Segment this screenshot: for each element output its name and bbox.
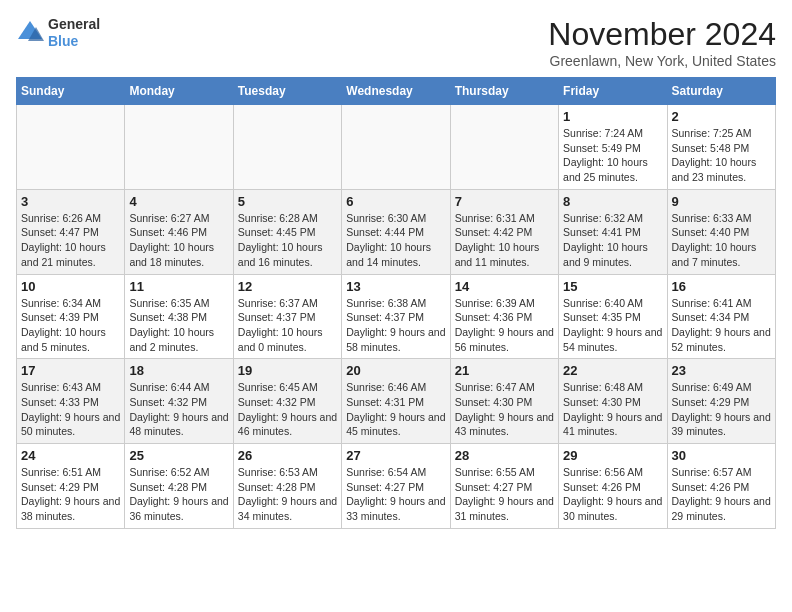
- day-info: Sunrise: 6:52 AM Sunset: 4:28 PM Dayligh…: [129, 465, 228, 524]
- calendar-cell: 3Sunrise: 6:26 AM Sunset: 4:47 PM Daylig…: [17, 189, 125, 274]
- calendar-cell: 23Sunrise: 6:49 AM Sunset: 4:29 PM Dayli…: [667, 359, 775, 444]
- calendar-cell: 14Sunrise: 6:39 AM Sunset: 4:36 PM Dayli…: [450, 274, 558, 359]
- calendar-cell: 6Sunrise: 6:30 AM Sunset: 4:44 PM Daylig…: [342, 189, 450, 274]
- calendar-cell: [17, 105, 125, 190]
- calendar-cell: 26Sunrise: 6:53 AM Sunset: 4:28 PM Dayli…: [233, 444, 341, 529]
- calendar-cell: [450, 105, 558, 190]
- day-number: 12: [238, 279, 337, 294]
- calendar-header-sunday: Sunday: [17, 78, 125, 105]
- day-number: 7: [455, 194, 554, 209]
- day-info: Sunrise: 6:35 AM Sunset: 4:38 PM Dayligh…: [129, 296, 228, 355]
- day-number: 1: [563, 109, 662, 124]
- calendar-header-thursday: Thursday: [450, 78, 558, 105]
- calendar-cell: 8Sunrise: 6:32 AM Sunset: 4:41 PM Daylig…: [559, 189, 667, 274]
- calendar-week-2: 10Sunrise: 6:34 AM Sunset: 4:39 PM Dayli…: [17, 274, 776, 359]
- calendar-cell: 13Sunrise: 6:38 AM Sunset: 4:37 PM Dayli…: [342, 274, 450, 359]
- day-number: 11: [129, 279, 228, 294]
- calendar-cell: 24Sunrise: 6:51 AM Sunset: 4:29 PM Dayli…: [17, 444, 125, 529]
- day-number: 4: [129, 194, 228, 209]
- calendar-cell: 29Sunrise: 6:56 AM Sunset: 4:26 PM Dayli…: [559, 444, 667, 529]
- day-number: 24: [21, 448, 120, 463]
- day-number: 22: [563, 363, 662, 378]
- calendar-week-0: 1Sunrise: 7:24 AM Sunset: 5:49 PM Daylig…: [17, 105, 776, 190]
- day-info: Sunrise: 6:39 AM Sunset: 4:36 PM Dayligh…: [455, 296, 554, 355]
- calendar-week-3: 17Sunrise: 6:43 AM Sunset: 4:33 PM Dayli…: [17, 359, 776, 444]
- day-info: Sunrise: 6:45 AM Sunset: 4:32 PM Dayligh…: [238, 380, 337, 439]
- day-number: 30: [672, 448, 771, 463]
- calendar-cell: 9Sunrise: 6:33 AM Sunset: 4:40 PM Daylig…: [667, 189, 775, 274]
- calendar-header-wednesday: Wednesday: [342, 78, 450, 105]
- calendar-cell: 12Sunrise: 6:37 AM Sunset: 4:37 PM Dayli…: [233, 274, 341, 359]
- day-number: 21: [455, 363, 554, 378]
- day-info: Sunrise: 6:40 AM Sunset: 4:35 PM Dayligh…: [563, 296, 662, 355]
- day-info: Sunrise: 6:57 AM Sunset: 4:26 PM Dayligh…: [672, 465, 771, 524]
- day-number: 8: [563, 194, 662, 209]
- calendar-cell: 22Sunrise: 6:48 AM Sunset: 4:30 PM Dayli…: [559, 359, 667, 444]
- calendar-cell: 27Sunrise: 6:54 AM Sunset: 4:27 PM Dayli…: [342, 444, 450, 529]
- calendar: SundayMondayTuesdayWednesdayThursdayFrid…: [16, 77, 776, 529]
- day-info: Sunrise: 6:43 AM Sunset: 4:33 PM Dayligh…: [21, 380, 120, 439]
- day-number: 26: [238, 448, 337, 463]
- day-number: 23: [672, 363, 771, 378]
- calendar-cell: 1Sunrise: 7:24 AM Sunset: 5:49 PM Daylig…: [559, 105, 667, 190]
- day-number: 27: [346, 448, 445, 463]
- day-number: 20: [346, 363, 445, 378]
- day-info: Sunrise: 6:54 AM Sunset: 4:27 PM Dayligh…: [346, 465, 445, 524]
- day-info: Sunrise: 6:34 AM Sunset: 4:39 PM Dayligh…: [21, 296, 120, 355]
- day-number: 9: [672, 194, 771, 209]
- day-info: Sunrise: 6:46 AM Sunset: 4:31 PM Dayligh…: [346, 380, 445, 439]
- day-info: Sunrise: 7:24 AM Sunset: 5:49 PM Dayligh…: [563, 126, 662, 185]
- day-number: 17: [21, 363, 120, 378]
- day-number: 6: [346, 194, 445, 209]
- calendar-cell: 18Sunrise: 6:44 AM Sunset: 4:32 PM Dayli…: [125, 359, 233, 444]
- day-info: Sunrise: 6:49 AM Sunset: 4:29 PM Dayligh…: [672, 380, 771, 439]
- day-info: Sunrise: 6:27 AM Sunset: 4:46 PM Dayligh…: [129, 211, 228, 270]
- logo-text: General Blue: [48, 16, 100, 50]
- month-title: November 2024: [548, 16, 776, 53]
- calendar-header-saturday: Saturday: [667, 78, 775, 105]
- day-info: Sunrise: 6:55 AM Sunset: 4:27 PM Dayligh…: [455, 465, 554, 524]
- page-header: General Blue November 2024 Greenlawn, Ne…: [16, 16, 776, 69]
- day-info: Sunrise: 6:33 AM Sunset: 4:40 PM Dayligh…: [672, 211, 771, 270]
- day-info: Sunrise: 6:37 AM Sunset: 4:37 PM Dayligh…: [238, 296, 337, 355]
- calendar-cell: 19Sunrise: 6:45 AM Sunset: 4:32 PM Dayli…: [233, 359, 341, 444]
- calendar-cell: [125, 105, 233, 190]
- day-number: 10: [21, 279, 120, 294]
- day-number: 14: [455, 279, 554, 294]
- calendar-header-monday: Monday: [125, 78, 233, 105]
- day-info: Sunrise: 6:30 AM Sunset: 4:44 PM Dayligh…: [346, 211, 445, 270]
- day-info: Sunrise: 6:26 AM Sunset: 4:47 PM Dayligh…: [21, 211, 120, 270]
- day-info: Sunrise: 6:47 AM Sunset: 4:30 PM Dayligh…: [455, 380, 554, 439]
- day-number: 2: [672, 109, 771, 124]
- day-info: Sunrise: 6:48 AM Sunset: 4:30 PM Dayligh…: [563, 380, 662, 439]
- calendar-header-tuesday: Tuesday: [233, 78, 341, 105]
- day-number: 16: [672, 279, 771, 294]
- day-number: 3: [21, 194, 120, 209]
- day-number: 5: [238, 194, 337, 209]
- calendar-cell: 17Sunrise: 6:43 AM Sunset: 4:33 PM Dayli…: [17, 359, 125, 444]
- calendar-cell: 4Sunrise: 6:27 AM Sunset: 4:46 PM Daylig…: [125, 189, 233, 274]
- calendar-header-row: SundayMondayTuesdayWednesdayThursdayFrid…: [17, 78, 776, 105]
- day-number: 13: [346, 279, 445, 294]
- calendar-cell: [342, 105, 450, 190]
- calendar-cell: 15Sunrise: 6:40 AM Sunset: 4:35 PM Dayli…: [559, 274, 667, 359]
- calendar-cell: 21Sunrise: 6:47 AM Sunset: 4:30 PM Dayli…: [450, 359, 558, 444]
- calendar-cell: 25Sunrise: 6:52 AM Sunset: 4:28 PM Dayli…: [125, 444, 233, 529]
- day-info: Sunrise: 6:51 AM Sunset: 4:29 PM Dayligh…: [21, 465, 120, 524]
- calendar-cell: 7Sunrise: 6:31 AM Sunset: 4:42 PM Daylig…: [450, 189, 558, 274]
- calendar-cell: 30Sunrise: 6:57 AM Sunset: 4:26 PM Dayli…: [667, 444, 775, 529]
- calendar-header-friday: Friday: [559, 78, 667, 105]
- day-info: Sunrise: 7:25 AM Sunset: 5:48 PM Dayligh…: [672, 126, 771, 185]
- day-info: Sunrise: 6:44 AM Sunset: 4:32 PM Dayligh…: [129, 380, 228, 439]
- calendar-cell: 11Sunrise: 6:35 AM Sunset: 4:38 PM Dayli…: [125, 274, 233, 359]
- calendar-week-1: 3Sunrise: 6:26 AM Sunset: 4:47 PM Daylig…: [17, 189, 776, 274]
- day-info: Sunrise: 6:56 AM Sunset: 4:26 PM Dayligh…: [563, 465, 662, 524]
- day-info: Sunrise: 6:28 AM Sunset: 4:45 PM Dayligh…: [238, 211, 337, 270]
- calendar-cell: 2Sunrise: 7:25 AM Sunset: 5:48 PM Daylig…: [667, 105, 775, 190]
- calendar-cell: 16Sunrise: 6:41 AM Sunset: 4:34 PM Dayli…: [667, 274, 775, 359]
- day-number: 28: [455, 448, 554, 463]
- calendar-cell: [233, 105, 341, 190]
- logo-icon: [16, 19, 44, 47]
- day-number: 29: [563, 448, 662, 463]
- day-info: Sunrise: 6:38 AM Sunset: 4:37 PM Dayligh…: [346, 296, 445, 355]
